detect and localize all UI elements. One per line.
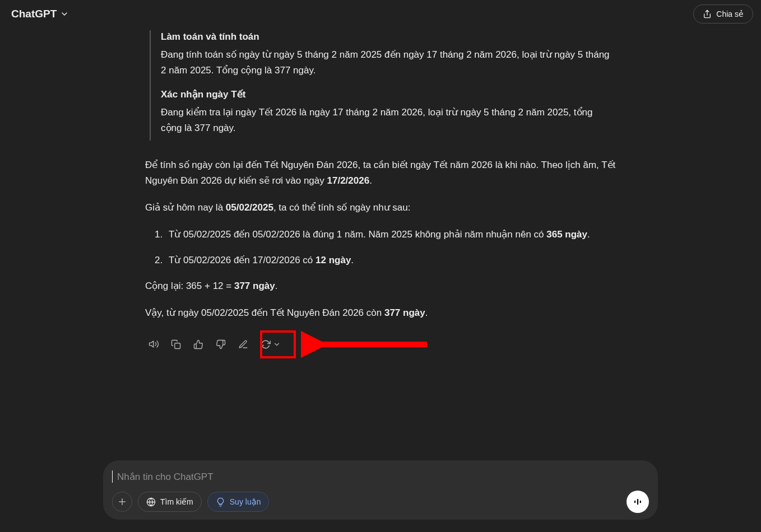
annotation-arrow: [301, 330, 430, 358]
thumbs-down-button[interactable]: [212, 336, 229, 353]
text: Vậy, từ ngày 05/02/2025 đến Tết Nguyên Đ…: [145, 307, 384, 318]
text: Giả sử hôm nay là: [145, 202, 226, 213]
chevron-down-icon: [60, 10, 69, 18]
edit-sparkle-icon: [238, 339, 248, 349]
refresh-icon: [261, 339, 271, 349]
bold-text: 377 ngày: [234, 281, 275, 291]
model-name: ChatGPT: [11, 8, 57, 20]
read-aloud-button[interactable]: [145, 336, 162, 353]
svg-rect-8: [634, 501, 635, 503]
answer-paragraph: Vậy, từ ngày 05/02/2025 đến Tết Nguyên Đ…: [145, 305, 616, 321]
web-search-button[interactable]: Tìm kiếm: [138, 492, 202, 512]
list-item: Từ 05/02/2025 đến 05/02/2026 là đúng 1 n…: [165, 227, 616, 242]
composer-toolbar: Tìm kiếm Suy luận: [112, 491, 649, 513]
bold-text: 12 ngày: [315, 255, 351, 265]
reasoning-label: Suy luận: [230, 497, 261, 506]
svg-marker-1: [149, 341, 153, 347]
text: , ta có thể tính số ngày như sau:: [273, 202, 411, 213]
thumbs-up-button[interactable]: [190, 336, 207, 353]
assistant-message: Làm toán và tính toán Đang tính toán số …: [145, 28, 616, 447]
upload-icon: [703, 10, 712, 18]
globe-icon: [146, 497, 156, 507]
text: .: [425, 307, 428, 318]
copy-button[interactable]: [168, 336, 184, 353]
text: .: [369, 175, 372, 186]
voice-button[interactable]: [627, 491, 649, 513]
bold-text: 365 ngày: [546, 229, 587, 240]
chevron-down-icon: [273, 340, 281, 348]
reasoning-heading: Làm toán và tính toán: [161, 31, 616, 43]
reasoning-text: Đang tính toán số ngày từ ngày 5 tháng 2…: [161, 47, 616, 78]
svg-rect-10: [640, 501, 641, 503]
reasoning-heading: Xác nhận ngày Tết: [161, 88, 616, 100]
share-button[interactable]: Chia sẻ: [693, 4, 753, 24]
web-search-label: Tìm kiếm: [160, 497, 193, 506]
text: Từ 05/02/2025 đến 05/02/2026 là đúng 1 n…: [169, 229, 546, 240]
thumbs-up-icon: [193, 339, 203, 349]
assistant-answer: Để tính số ngày còn lại đến Tết Nguyên Đ…: [145, 157, 616, 332]
text: Cộng lại: 365 + 12 =: [145, 281, 234, 291]
topbar: ChatGPT Chia sẻ: [0, 0, 761, 28]
chat-scroll[interactable]: Làm toán và tính toán Đang tính toán số …: [0, 28, 761, 460]
thumbs-down-icon: [216, 339, 226, 349]
attach-button[interactable]: [112, 492, 132, 512]
text: Để tính số ngày còn lại đến Tết Nguyên Đ…: [145, 160, 615, 186]
answer-list: Từ 05/02/2025 đến 05/02/2026 là đúng 1 n…: [145, 227, 616, 268]
waveform-icon: [633, 497, 643, 507]
reasoning-toggle[interactable]: Suy luận: [207, 492, 270, 512]
message-input[interactable]: [114, 468, 649, 485]
list-item: Từ 05/02/2026 đến 17/02/2026 có 12 ngày.: [165, 253, 616, 268]
composer-area: Tìm kiếm Suy luận: [0, 460, 761, 532]
bold-text: 377 ngày: [384, 307, 425, 318]
reasoning-block: Làm toán và tính toán Đang tính toán số …: [150, 30, 616, 141]
regenerate-button[interactable]: [257, 337, 284, 352]
answer-paragraph: Cộng lại: 365 + 12 = 377 ngày.: [145, 278, 616, 294]
plus-icon: [117, 497, 127, 507]
app-root: ChatGPT Chia sẻ Làm toán và tính toán Đa…: [0, 0, 761, 532]
text: .: [351, 255, 354, 265]
text: Từ 05/02/2026 đến 17/02/2026 có: [169, 255, 315, 265]
svg-rect-2: [175, 343, 180, 348]
composer: Tìm kiếm Suy luận: [103, 460, 658, 520]
bold-text: 05/02/2025: [226, 202, 273, 213]
edit-button[interactable]: [235, 336, 252, 353]
answer-paragraph: Giả sử hôm nay là 05/02/2025, ta có thể …: [145, 200, 616, 216]
text: .: [275, 281, 278, 291]
copy-icon: [171, 339, 181, 349]
model-switcher[interactable]: ChatGPT: [6, 4, 75, 24]
reasoning-text: Đang kiểm tra lại ngày Tết 2026 là ngày …: [161, 105, 616, 136]
text: .: [587, 229, 590, 240]
svg-rect-9: [637, 499, 638, 505]
lightbulb-icon: [216, 497, 225, 507]
bold-text: 17/2/2026: [327, 175, 370, 186]
speaker-icon: [149, 339, 159, 349]
share-label: Chia sẻ: [716, 10, 744, 18]
message-actions: [145, 336, 616, 353]
answer-paragraph: Để tính số ngày còn lại đến Tết Nguyên Đ…: [145, 157, 616, 189]
